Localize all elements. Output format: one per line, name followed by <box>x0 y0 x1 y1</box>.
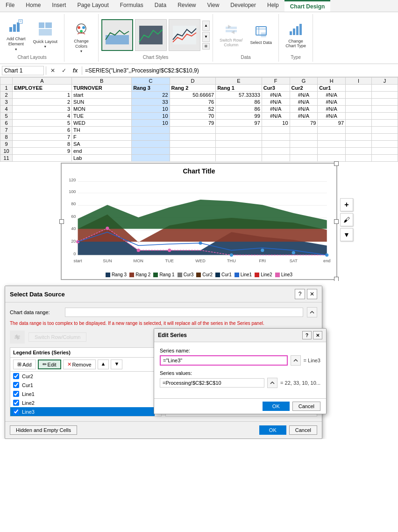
cell-d9[interactable] <box>170 141 216 148</box>
cell-h7[interactable] <box>318 127 346 134</box>
tab-home[interactable]: Home <box>20 0 46 12</box>
cell-b7[interactable]: TH <box>72 127 132 134</box>
cell-b9[interactable]: SA <box>72 141 132 148</box>
formula-input[interactable] <box>84 66 396 75</box>
cell-g3[interactable]: #N/A <box>290 99 318 106</box>
cell-b4[interactable]: MON <box>72 106 132 113</box>
cell-g1[interactable]: Cur2 <box>290 85 318 92</box>
cell-c4[interactable]: 10 <box>132 106 170 113</box>
cell-j8[interactable] <box>371 134 398 141</box>
cell-a8[interactable]: 7 <box>13 134 72 141</box>
cell-g2[interactable]: #N/A <box>290 92 318 99</box>
cell-c5[interactable]: 10 <box>132 113 170 120</box>
move-up-btn[interactable]: ▲ <box>98 359 109 369</box>
change-chart-type-button[interactable]: ChangeChart Type <box>283 20 309 50</box>
cell-e7[interactable] <box>216 127 262 134</box>
cell-f11[interactable] <box>262 155 290 162</box>
cell-h4[interactable]: #N/A <box>318 106 346 113</box>
cell-i3[interactable] <box>346 99 372 106</box>
tab-file[interactable]: File <box>0 0 20 12</box>
change-colors-button[interactable]: ChangeColors ▼ <box>68 20 94 55</box>
select-data-help-btn[interactable]: ? <box>295 289 305 299</box>
remove-series-btn[interactable]: ✕ Remove <box>63 359 96 369</box>
cell-a1[interactable]: EMPLOYEE <box>13 85 72 92</box>
tab-review[interactable]: Review <box>172 0 201 12</box>
cell-g8[interactable] <box>290 134 318 141</box>
series-cur1-row[interactable]: Cur1 <box>10 381 161 389</box>
series-line3-row[interactable]: Line3 <box>10 407 161 416</box>
cell-e3[interactable]: 86 <box>216 99 262 106</box>
cell-j7[interactable] <box>371 127 398 134</box>
cell-f3[interactable]: #N/A <box>262 99 290 106</box>
cell-i7[interactable] <box>346 127 372 134</box>
tab-formulas[interactable]: Formulas <box>114 0 149 12</box>
cell-c3[interactable]: 33 <box>132 99 170 106</box>
cell-c10[interactable] <box>132 148 170 155</box>
chart-style-3[interactable] <box>169 19 200 51</box>
edit-series-help-btn[interactable]: ? <box>302 331 312 339</box>
series-line1-checkbox[interactable] <box>13 391 19 397</box>
col-header-b[interactable]: B <box>72 78 132 85</box>
add-chart-element-button[interactable]: + Add ChartElement ▼ <box>4 17 28 53</box>
cell-g10[interactable] <box>290 148 318 155</box>
cell-f10[interactable] <box>262 148 290 155</box>
series-name-input[interactable] <box>160 355 288 366</box>
cell-i8[interactable] <box>346 134 372 141</box>
cell-g11[interactable] <box>290 155 318 162</box>
cell-f2[interactable]: #N/A <box>262 92 290 99</box>
series-line1-row[interactable]: Line1 <box>10 389 161 398</box>
select-data-cancel-btn[interactable]: Cancel <box>289 425 317 435</box>
cell-j5[interactable] <box>371 113 398 120</box>
cell-f4[interactable]: #N/A <box>262 106 290 113</box>
edit-series-btn[interactable]: ✏ Edit <box>38 359 61 369</box>
col-header-a[interactable]: A <box>13 78 72 85</box>
cell-a5[interactable]: 4 <box>13 113 72 120</box>
cell-g5[interactable]: #N/A <box>290 113 318 120</box>
series-cur2-row[interactable]: Cur2 <box>10 372 161 381</box>
cell-b6[interactable]: WED <box>72 120 132 127</box>
cell-b1[interactable]: TURNOVER <box>72 85 132 92</box>
series-cur1-checkbox[interactable] <box>13 382 19 388</box>
cell-h9[interactable] <box>318 141 346 148</box>
cell-h3[interactable]: #N/A <box>318 99 346 106</box>
col-header-j[interactable]: J <box>371 78 398 85</box>
cell-a4[interactable]: 3 <box>13 106 72 113</box>
cell-a2[interactable]: 1 <box>13 92 72 99</box>
cell-h8[interactable] <box>318 134 346 141</box>
cell-j9[interactable] <box>371 141 398 148</box>
cell-i2[interactable] <box>346 92 372 99</box>
cell-i1[interactable] <box>346 85 372 92</box>
edit-series-close-btn[interactable]: ✕ <box>313 331 322 339</box>
select-data-ok-btn[interactable]: OK <box>259 425 286 435</box>
series-values-input[interactable] <box>160 378 264 388</box>
cell-a9[interactable]: 8 <box>13 141 72 148</box>
series-name-collapse-btn[interactable] <box>291 355 301 366</box>
cell-e9[interactable] <box>216 141 262 148</box>
cell-h5[interactable]: #N/A <box>318 113 346 120</box>
cell-e6[interactable]: 97 <box>216 120 262 127</box>
tab-chart-design[interactable]: Chart Design <box>284 0 331 12</box>
cell-c6[interactable]: 10 <box>132 120 170 127</box>
series-values-collapse-btn[interactable] <box>267 378 277 388</box>
series-line3-checkbox[interactable] <box>13 409 19 415</box>
cell-e10[interactable] <box>216 148 262 155</box>
cell-c2[interactable]: 22 <box>132 92 170 99</box>
add-series-btn[interactable]: ⊞ Add <box>13 359 36 369</box>
chart-data-range-input[interactable] <box>65 308 303 317</box>
cell-e11[interactable] <box>216 155 262 162</box>
tab-page-layout[interactable]: Page Layout <box>71 0 114 12</box>
col-header-f[interactable]: F <box>262 78 290 85</box>
select-data-button[interactable]: Select Data <box>248 23 275 47</box>
cell-b2[interactable]: start <box>72 92 132 99</box>
chart-paint-btn[interactable]: 🖌 <box>340 213 353 226</box>
chart-add-element-btn[interactable]: + <box>340 198 353 211</box>
col-header-e[interactable]: E <box>216 78 262 85</box>
tab-insert[interactable]: Insert <box>46 0 71 12</box>
cell-a3[interactable]: 2 <box>13 99 72 106</box>
cell-d11[interactable] <box>170 155 216 162</box>
chart-resize-left[interactable] <box>59 219 64 224</box>
cell-j10[interactable] <box>371 148 398 155</box>
edit-series-cancel-btn[interactable]: Cancel <box>292 402 320 411</box>
cell-j11[interactable] <box>371 155 398 162</box>
tab-developer[interactable]: Developer <box>225 0 262 12</box>
